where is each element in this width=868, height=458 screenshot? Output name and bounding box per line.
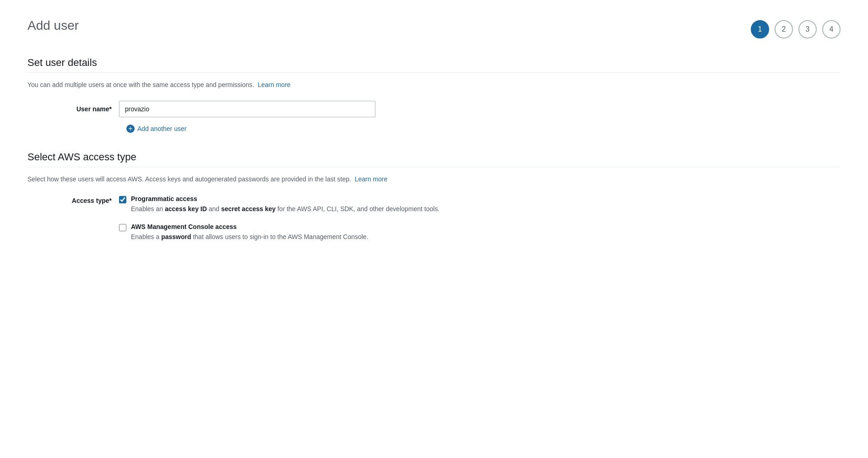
section-divider-1: [27, 72, 841, 73]
console-access-content: AWS Management Console access Enables a …: [131, 223, 369, 242]
programmatic-access-checkbox[interactable]: [119, 196, 126, 203]
set-user-details-section: Set user details You can add multiple us…: [27, 57, 841, 133]
set-user-details-description: You can add multiple users at once with …: [27, 80, 841, 90]
user-name-row: User name*: [27, 101, 841, 117]
access-type-row: Access type* Programmatic access Enables…: [27, 195, 841, 242]
console-access-title[interactable]: AWS Management Console access: [131, 223, 369, 230]
access-type-label: Access type*: [27, 195, 119, 204]
programmatic-access-title[interactable]: Programmatic access: [131, 195, 439, 202]
step-4[interactable]: 4: [822, 20, 841, 38]
console-access-checkbox[interactable]: [119, 224, 126, 231]
secret-access-key-text: secret access key: [221, 205, 276, 213]
add-another-user-row: + Add another user: [126, 125, 841, 133]
step-1[interactable]: 1: [751, 20, 769, 38]
set-user-details-title: Set user details: [27, 57, 841, 69]
select-access-type-title: Select AWS access type: [27, 151, 841, 163]
programmatic-access-content: Programmatic access Enables an access ke…: [131, 195, 439, 214]
add-another-user-button[interactable]: + Add another user: [126, 125, 186, 133]
step-2[interactable]: 2: [775, 20, 793, 38]
select-access-type-section: Select AWS access type Select how these …: [27, 151, 841, 242]
select-access-type-learn-more-link[interactable]: Learn more: [355, 175, 388, 183]
section-divider-2: [27, 167, 841, 167]
step-3[interactable]: 3: [798, 20, 817, 38]
steps-container: 1 2 3 4: [751, 18, 841, 38]
access-options: Programmatic access Enables an access ke…: [119, 195, 439, 242]
set-user-details-description-text: You can add multiple users at once with …: [27, 81, 254, 88]
programmatic-access-option: Programmatic access Enables an access ke…: [119, 195, 439, 214]
select-access-type-description: Select how these users will access AWS. …: [27, 174, 841, 184]
programmatic-access-description: Enables an access key ID and secret acce…: [131, 204, 439, 214]
console-access-description: Enables a password that allows users to …: [131, 232, 369, 242]
page-title: Add user: [27, 18, 79, 33]
add-another-user-label: Add another user: [137, 125, 186, 132]
page-header: Add user 1 2 3 4: [27, 18, 841, 38]
password-text: password: [161, 233, 191, 240]
select-access-type-description-text: Select how these users will access AWS. …: [27, 175, 351, 183]
page-container: Add user 1 2 3 4 Set user details You ca…: [0, 0, 868, 458]
user-name-label: User name*: [27, 105, 119, 113]
plus-icon: +: [126, 125, 135, 133]
set-user-details-learn-more-link[interactable]: Learn more: [258, 81, 291, 88]
access-key-id-text: access key ID: [165, 205, 207, 213]
user-name-input[interactable]: [119, 101, 375, 117]
console-access-option: AWS Management Console access Enables a …: [119, 223, 439, 242]
